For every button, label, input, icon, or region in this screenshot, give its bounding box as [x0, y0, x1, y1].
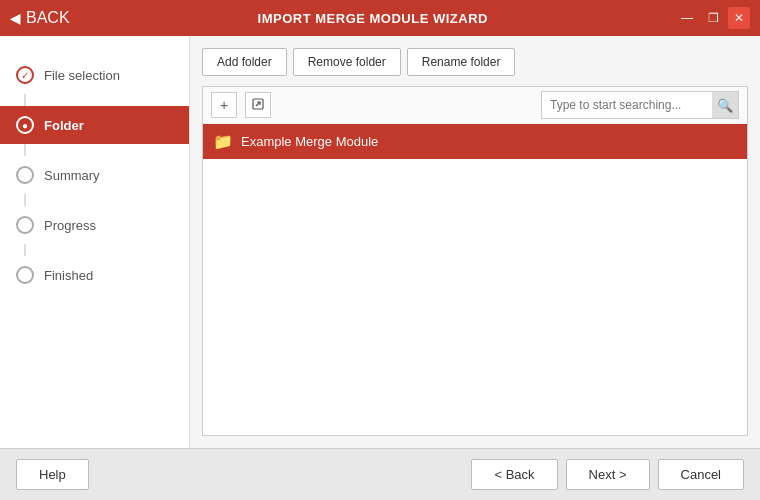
search-input[interactable] [542, 94, 712, 116]
back-button-nav[interactable]: < Back [471, 459, 557, 490]
file-list: 📁 Example Merge Module [203, 124, 747, 435]
main-content: ✓ File selection ● Folder Summary Progre… [0, 36, 760, 448]
rename-folder-button[interactable]: Rename folder [407, 48, 516, 76]
step-circle-folder: ● [16, 116, 34, 134]
bottom-right: < Back Next > Cancel [471, 459, 744, 490]
back-arrow-icon: ◀ [10, 11, 20, 26]
search-button[interactable]: 🔍 [712, 92, 738, 118]
step-circle-file-selection: ✓ [16, 66, 34, 84]
add-folder-button[interactable]: Add folder [202, 48, 287, 76]
sidebar: ✓ File selection ● Folder Summary Progre… [0, 36, 190, 448]
close-button[interactable]: ✕ [728, 7, 750, 29]
bottom-left: Help [16, 459, 89, 490]
sidebar-item-summary[interactable]: Summary [0, 156, 189, 194]
add-icon-button[interactable]: + [211, 92, 237, 118]
search-box: 🔍 [541, 91, 739, 119]
next-button[interactable]: Next > [566, 459, 650, 490]
sidebar-item-folder[interactable]: ● Folder [0, 106, 189, 144]
remove-folder-button[interactable]: Remove folder [293, 48, 401, 76]
help-button[interactable]: Help [16, 459, 89, 490]
step-circle-summary [16, 166, 34, 184]
file-area-topbar: + [203, 87, 747, 124]
cancel-button[interactable]: Cancel [658, 459, 744, 490]
title-bar: ◀ BACK IMPORT MERGE MODULE WIZARD — ❐ ✕ [0, 0, 760, 36]
bottom-bar: Help < Back Next > Cancel [0, 448, 760, 500]
step-label-folder: Folder [44, 118, 84, 133]
right-panel: Add folder Remove folder Rename folder + [190, 36, 760, 448]
sidebar-item-finished[interactable]: Finished [0, 256, 189, 294]
back-button[interactable]: ◀ BACK [10, 9, 70, 27]
folder-toolbar: Add folder Remove folder Rename folder [202, 48, 748, 76]
step-label-progress: Progress [44, 218, 96, 233]
minimize-button[interactable]: — [676, 7, 698, 29]
window-title: IMPORT MERGE MODULE WIZARD [70, 11, 676, 26]
restore-button[interactable]: ❐ [702, 7, 724, 29]
step-label-file-selection: File selection [44, 68, 120, 83]
sidebar-item-file-selection[interactable]: ✓ File selection [0, 56, 189, 94]
window-controls: — ❐ ✕ [676, 7, 750, 29]
step-label-summary: Summary [44, 168, 100, 183]
step-connector-4 [24, 244, 26, 256]
step-circle-progress [16, 216, 34, 234]
export-icon [251, 97, 265, 114]
plus-icon: + [220, 97, 228, 113]
search-icon: 🔍 [717, 98, 733, 113]
step-circle-finished [16, 266, 34, 284]
step-connector-1 [24, 94, 26, 106]
step-connector-3 [24, 194, 26, 206]
back-label: BACK [26, 9, 70, 27]
file-name: Example Merge Module [241, 134, 378, 149]
step-label-finished: Finished [44, 268, 93, 283]
folder-icon: 📁 [213, 132, 233, 151]
step-connector-2 [24, 144, 26, 156]
file-area-icons: + [211, 92, 271, 118]
sidebar-item-progress[interactable]: Progress [0, 206, 189, 244]
file-row[interactable]: 📁 Example Merge Module [203, 124, 747, 159]
file-area: + [202, 86, 748, 436]
export-icon-button[interactable] [245, 92, 271, 118]
